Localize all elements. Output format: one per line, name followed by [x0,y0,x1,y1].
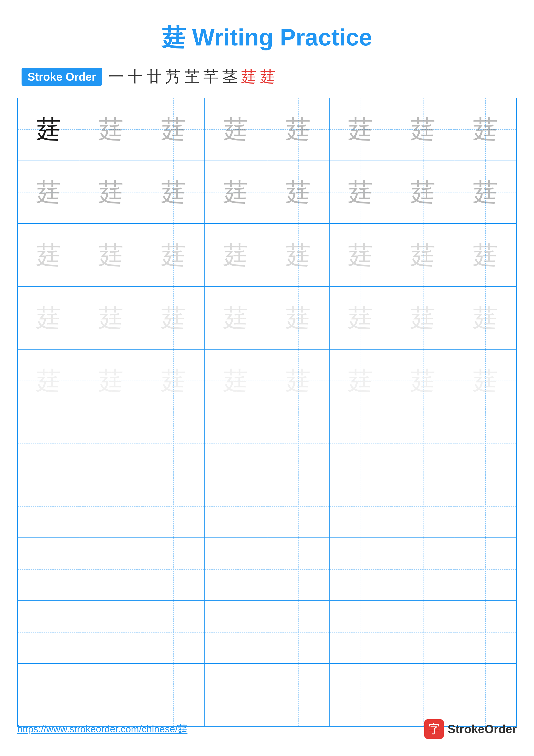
grid-cell-5-1[interactable]: 莛 [18,350,80,412]
grid-cell-4-8[interactable]: 莛 [454,286,516,349]
grid-cell-10-2[interactable] [80,664,142,726]
grid-cell-2-2[interactable]: 莛 [80,161,142,224]
grid-cell-10-1[interactable] [18,664,80,726]
grid-cell-9-4[interactable] [205,601,267,663]
grid-cell-8-8[interactable] [454,538,516,600]
grid-cell-9-1[interactable] [18,601,80,663]
grid-cell-2-1[interactable]: 莛 [18,161,80,224]
stroke-seq-4: 艿 [165,67,181,87]
stroke-order-row: Stroke Order 一 十 廿 艿 芏 芊 茎 莛 莛 [17,67,517,87]
grid-cell-5-8[interactable]: 莛 [454,350,516,412]
practice-char: 莛 [99,368,123,393]
grid-cell-4-4[interactable]: 莛 [205,286,267,349]
grid-cell-1-6[interactable]: 莛 [330,98,392,161]
grid-cell-7-8[interactable] [454,475,516,538]
grid-cell-1-2[interactable]: 莛 [80,98,142,161]
grid-cell-2-4[interactable]: 莛 [205,161,267,224]
grid-row-8 [18,538,516,601]
grid-cell-8-3[interactable] [142,538,205,600]
grid-cell-6-2[interactable] [80,412,142,475]
grid-cell-5-3[interactable]: 莛 [142,350,205,412]
grid-cell-9-6[interactable] [330,601,392,663]
grid-cell-6-6[interactable] [330,412,392,475]
grid-cell-1-1[interactable]: 莛 [18,98,80,161]
grid-cell-3-1[interactable]: 莛 [18,224,80,286]
grid-cell-2-6[interactable]: 莛 [330,161,392,224]
practice-char: 莛 [99,180,123,204]
grid-cell-6-3[interactable] [142,412,205,475]
grid-cell-6-1[interactable] [18,412,80,475]
grid-cell-3-6[interactable]: 莛 [330,224,392,286]
grid-cell-3-3[interactable]: 莛 [142,224,205,286]
practice-char: 莛 [36,243,61,267]
grid-cell-8-4[interactable] [205,538,267,600]
grid-cell-9-5[interactable] [267,601,330,663]
grid-cell-2-8[interactable]: 莛 [454,161,516,224]
grid-cell-5-2[interactable]: 莛 [80,350,142,412]
grid-cell-3-5[interactable]: 莛 [267,224,330,286]
grid-cell-8-5[interactable] [267,538,330,600]
grid-cell-7-3[interactable] [142,475,205,538]
logo-icon: 字 [424,719,444,739]
grid-cell-3-2[interactable]: 莛 [80,224,142,286]
grid-cell-7-5[interactable] [267,475,330,538]
practice-char: 莛 [223,368,248,393]
stroke-order-badge: Stroke Order [21,68,102,86]
grid-cell-4-6[interactable]: 莛 [330,286,392,349]
grid-cell-6-5[interactable] [267,412,330,475]
grid-cell-2-5[interactable]: 莛 [267,161,330,224]
grid-cell-3-4[interactable]: 莛 [205,224,267,286]
grid-cell-10-5[interactable] [267,664,330,726]
grid-cell-10-4[interactable] [205,664,267,726]
grid-cell-4-2[interactable]: 莛 [80,286,142,349]
grid-cell-4-3[interactable]: 莛 [142,286,205,349]
grid-cell-1-5[interactable]: 莛 [267,98,330,161]
grid-cell-9-7[interactable] [392,601,454,663]
grid-cell-5-6[interactable]: 莛 [330,350,392,412]
grid-cell-5-7[interactable]: 莛 [392,350,454,412]
grid-cell-10-3[interactable] [142,664,205,726]
grid-cell-1-7[interactable]: 莛 [392,98,454,161]
grid-cell-10-6[interactable] [330,664,392,726]
grid-cell-8-1[interactable] [18,538,80,600]
grid-cell-9-8[interactable] [454,601,516,663]
practice-char: 莛 [473,243,498,267]
grid-cell-8-7[interactable] [392,538,454,600]
grid-cell-6-7[interactable] [392,412,454,475]
practice-char: 莛 [36,117,61,142]
grid-cell-8-6[interactable] [330,538,392,600]
grid-cell-9-2[interactable] [80,601,142,663]
grid-cell-10-8[interactable] [454,664,516,726]
grid-cell-7-4[interactable] [205,475,267,538]
grid-cell-7-2[interactable] [80,475,142,538]
grid-cell-2-7[interactable]: 莛 [392,161,454,224]
grid-cell-1-4[interactable]: 莛 [205,98,267,161]
grid-cell-3-8[interactable]: 莛 [454,224,516,286]
practice-char: 莛 [223,305,248,330]
grid-cell-4-5[interactable]: 莛 [267,286,330,349]
grid-cell-6-4[interactable] [205,412,267,475]
practice-char: 莛 [223,243,248,267]
stroke-seq-6: 芊 [203,67,218,87]
practice-char: 莛 [223,180,248,204]
grid-cell-1-3[interactable]: 莛 [142,98,205,161]
grid-cell-10-7[interactable] [392,664,454,726]
logo-text: StrokeOrder [447,722,517,736]
grid-cell-3-7[interactable]: 莛 [392,224,454,286]
practice-char: 莛 [99,305,123,330]
grid-cell-8-2[interactable] [80,538,142,600]
grid-cell-7-1[interactable] [18,475,80,538]
grid-cell-2-3[interactable]: 莛 [142,161,205,224]
grid-cell-5-4[interactable]: 莛 [205,350,267,412]
grid-cell-5-5[interactable]: 莛 [267,350,330,412]
footer-url[interactable]: https://www.strokeorder.com/chinese/莛 [17,723,188,736]
grid-cell-4-1[interactable]: 莛 [18,286,80,349]
grid-cell-7-6[interactable] [330,475,392,538]
grid-cell-4-7[interactable]: 莛 [392,286,454,349]
grid-cell-6-8[interactable] [454,412,516,475]
grid-cell-7-7[interactable] [392,475,454,538]
grid-row-5: 莛 莛 莛 莛 莛 莛 莛 莛 [18,350,516,413]
grid-cell-9-3[interactable] [142,601,205,663]
grid-cell-1-8[interactable]: 莛 [454,98,516,161]
grid-row-10 [18,664,516,727]
